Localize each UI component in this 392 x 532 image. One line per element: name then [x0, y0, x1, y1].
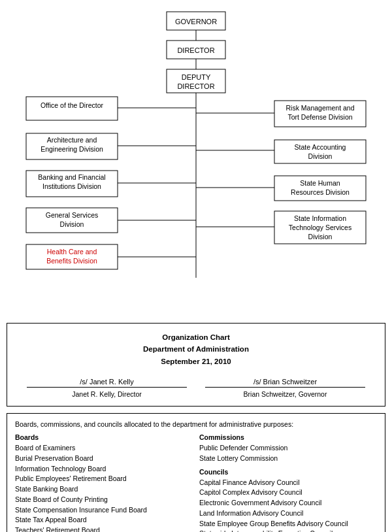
sig-janet: /s/ Janet R. Kelly Janet R. Kelly, Direc… [27, 378, 188, 398]
councils-header: Councils [199, 468, 377, 476]
box-general: General Services [46, 211, 99, 219]
box-banking2: Institutions Division [42, 182, 101, 190]
signatures: /s/ Janet R. Kelly Janet R. Kelly, Direc… [18, 378, 374, 398]
board-item-8: State Tax Appeal Board [15, 515, 193, 525]
council-item-3: Electronic Government Advisory Council [199, 498, 377, 508]
box-banking: Banking and Financial [38, 173, 105, 181]
boards-left-col: Boards Board of Examiners Burial Preserv… [15, 433, 193, 532]
box-risk-mgmt2: Tort Defense Division [287, 113, 352, 121]
sig-janet-text: /s/ Janet R. Kelly [27, 378, 188, 388]
sig-janet-name: Janet R. Kelly, Director [72, 390, 142, 398]
org-title: Organization Chart Department of Adminis… [18, 331, 374, 367]
box-general2: Division [60, 220, 84, 228]
box-it3: Division [308, 233, 333, 241]
board-item-9: Teachers' Retirement Board [15, 525, 193, 532]
sig-brian-text: /s/ Brian Schweitzer [205, 378, 366, 388]
box-accounting: State Accounting [295, 143, 346, 151]
box-arch-eng: Architecture and [47, 136, 97, 144]
commissions-header: Commissions [199, 433, 377, 441]
boards-right-col: Commissions Public Defender Commission S… [199, 433, 377, 532]
director-label: DIRECTOR [177, 46, 214, 54]
board-item-5: State Banking Board [15, 484, 193, 495]
governor-label: GOVERNOR [175, 18, 217, 25]
sig-brian: /s/ Brian Schweitzer Brian Schweitzer, G… [205, 378, 366, 398]
boards-intro: Boards, commissions, and councils alloca… [15, 420, 377, 428]
box-hr2: Resources Division [291, 188, 350, 196]
deputy-label2: DIRECTOR [177, 82, 214, 90]
commission-item-1: Public Defender Commission [199, 443, 377, 454]
boards-grid: Boards Board of Examiners Burial Preserv… [15, 433, 377, 532]
box-accounting2: Division [308, 152, 333, 160]
box-hr: State Human [300, 179, 340, 187]
box-office-director: Office of the Director [41, 101, 104, 109]
box-it: State Information [294, 214, 346, 222]
boards-section: Boards, commissions, and councils alloca… [7, 413, 385, 532]
commission-item-2: State Lottery Commission [199, 454, 377, 464]
council-item-1: Capital Finance Advisory Council [199, 478, 377, 488]
boards-header: Boards [15, 433, 193, 441]
info-box: Organization Chart Department of Adminis… [7, 323, 385, 407]
council-item-5: State Employee Group Benefits Advisory C… [199, 519, 377, 529]
box-healthcare: Health Care and [47, 248, 97, 256]
box-healthcare2: Benefits Division [46, 257, 97, 265]
box-it2: Technology Services [289, 224, 351, 231]
board-item-1: Board of Examiners [15, 443, 193, 454]
box-risk-mgmt: Risk Management and [286, 104, 354, 112]
board-item-2: Burial Preservation Board [15, 454, 193, 464]
council-item-2: Capitol Complex Advisory Council [199, 488, 377, 498]
board-item-7: State Compensation Insurance Fund Board [15, 505, 193, 516]
box-arch-eng2: Engineering Division [41, 145, 103, 153]
board-item-6: State Board of County Printing [15, 495, 193, 505]
org-chart: GOVERNOR DIRECTOR DEPUTY DIRECTOR Office… [7, 7, 385, 315]
board-item-4: Public Employees' Retirement Board [15, 474, 193, 484]
sig-brian-name: Brian Schweitzer, Governor [244, 390, 327, 398]
council-item-4: Land Information Advisory Council [199, 508, 377, 519]
org-chart-svg: GOVERNOR DIRECTOR DEPUTY DIRECTOR Office… [7, 7, 385, 314]
deputy-label: DEPUTY [182, 73, 211, 81]
council-item-6: Statewide Interoperability Executive Cou… [199, 529, 377, 532]
board-item-3: Information Technology Board [15, 464, 193, 474]
